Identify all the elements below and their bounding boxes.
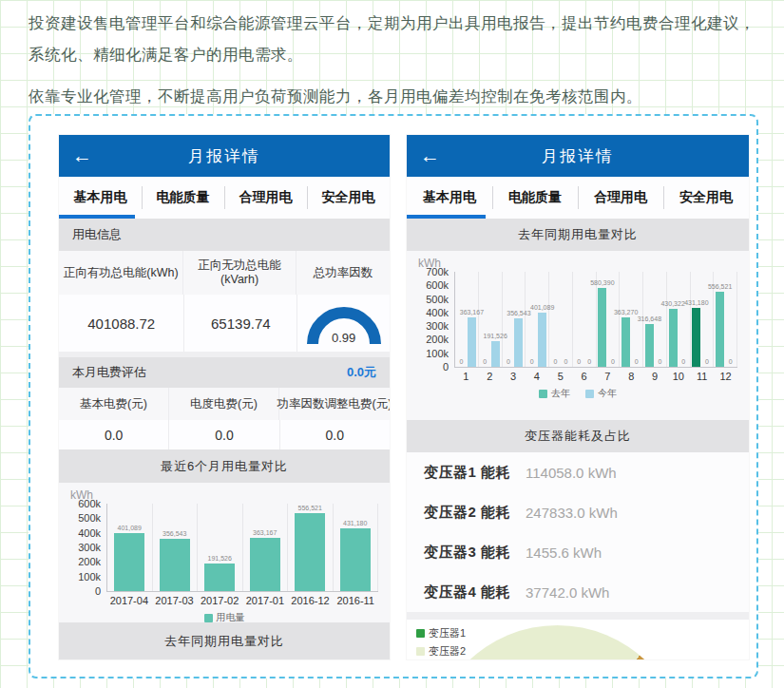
section-yoy-comparison: 去年同期用电量对比: [59, 622, 390, 659]
transformer-label: 变压器4 能耗: [424, 583, 510, 602]
y-tick-label: 600k: [78, 498, 101, 509]
power-factor-cell: 0.99: [297, 295, 390, 352]
tab-power-quality[interactable]: 电能质量: [142, 177, 224, 219]
x-axis: 2017-042017-032017-022017-012016-122016-…: [106, 592, 378, 607]
transformer-pie-section: 变压器1 变压器2: [407, 620, 749, 659]
y-tick-label: 400k: [426, 307, 449, 318]
bar-group: 556,521: [288, 504, 334, 591]
usage-table-value-row: 401088.72 65139.74 0.99: [59, 295, 390, 352]
screenshot-frame: ← 月报详情 基本用电 电能质量 合理用电 安全用电 用电信息 正向有功总电能(…: [29, 114, 758, 678]
column-header: 正向有功总电能(kWh): [59, 251, 183, 295]
y-tick-label: 300k: [426, 320, 449, 332]
section-title: 最近6个月用电量对比: [161, 458, 288, 475]
bar-value-label: 0: [483, 357, 487, 366]
power-factor-value: 0.99: [303, 331, 385, 345]
column-header: 总功率因数: [296, 251, 390, 295]
bar-group: 191,526: [198, 504, 243, 591]
x-tick-label: 2017-01: [242, 592, 288, 607]
bill-total-value: 0.0元: [347, 364, 390, 381]
tab-bar: 基本用电 电能质量 合理用电 安全用电: [59, 177, 390, 219]
bar-value-label: 0: [530, 357, 534, 366]
transformer-list: 变压器1 能耗 114058.0 kWh 变压器2 能耗 247833.0 kW…: [407, 452, 749, 612]
tab-reasonable-usage[interactable]: 合理用电: [224, 177, 307, 219]
usage-table-header-row: 正向有功总电能(kWh) 正向无功总电能 (kVarh) 总功率因数: [59, 251, 390, 295]
bill-value: 0.0: [169, 420, 279, 449]
section-yoy-comparison: 去年同期用电量对比: [407, 219, 749, 251]
y-tick-label: 600k: [426, 279, 449, 291]
bar: [716, 292, 724, 368]
intro-paragraph-2: 依靠专业化管理，不断提高用户负荷预测能力，各月用电偏差均控制在免考核范围内。: [29, 81, 759, 112]
tab-basic-usage[interactable]: 基本用电: [407, 177, 492, 219]
tab-bar: 基本用电 电能质量 合理用电 安全用电: [407, 177, 749, 219]
back-arrow-icon[interactable]: ←: [420, 135, 440, 177]
legend-label: 变压器2: [429, 644, 466, 659]
y-tick-label: 0: [95, 585, 101, 597]
legend-label: 去年: [551, 387, 570, 400]
y-tick-label: 300k: [78, 542, 101, 553]
chart-unit-label: kWh: [418, 257, 737, 272]
column-header: 功率因数调整电费(元): [279, 388, 390, 420]
legend-swatch: [204, 614, 213, 622]
bar: [598, 288, 606, 367]
bar-group: 556,5210: [714, 272, 737, 367]
x-tick-label: 2016-11: [333, 592, 378, 607]
bar-value-label: 0: [681, 357, 685, 366]
x-tick-label: 11: [690, 368, 714, 383]
bar: [538, 313, 546, 367]
tab-safe-usage[interactable]: 安全用电: [663, 177, 749, 219]
bar-value-label: 363,167: [253, 528, 277, 537]
y-tick-label: 200k: [426, 334, 449, 345]
y-tick-label: 100k: [426, 348, 449, 359]
bar: [295, 513, 325, 591]
section-transformer-energy: 变压器能耗及占比: [407, 420, 749, 452]
bar-value-label: 0: [587, 357, 591, 366]
bar: [514, 318, 523, 367]
bar-group: 356,543: [153, 504, 199, 591]
bar-value-label: 0: [729, 357, 733, 366]
x-tick-label: 6: [572, 368, 596, 383]
bar-group: 316,6480: [643, 272, 667, 367]
y-tick-label: 200k: [78, 556, 101, 567]
legend-item: 变压器1: [416, 626, 466, 640]
bill-table-value-row: 0.0 0.0 0.0: [59, 420, 390, 449]
bill-table-header-row: 基本电费(元) 电度电费(元) 功率因数调整电费(元): [59, 388, 390, 420]
y-axis: 600k500k400k300k200k100k0: [70, 504, 106, 591]
legend-swatch: [585, 390, 594, 398]
bar: [160, 539, 190, 591]
tab-basic-usage[interactable]: 基本用电: [59, 177, 142, 219]
section-divider: [407, 612, 749, 620]
legend-swatch: [539, 390, 547, 398]
bar: [645, 324, 654, 367]
legend-swatch: [416, 629, 425, 638]
bar-group: 0401,089: [526, 272, 549, 367]
bar-value-label: 0: [507, 357, 510, 366]
back-arrow-icon[interactable]: ←: [72, 135, 92, 177]
y-tick-label: 500k: [78, 512, 101, 524]
section-title: 用电信息: [72, 226, 122, 243]
tab-power-quality[interactable]: 电能质量: [492, 177, 578, 219]
bar-group: 580,3900: [597, 272, 621, 367]
app-header-bar: ← 月报详情: [59, 135, 390, 177]
y-tick-label: 400k: [78, 527, 101, 539]
bar: [204, 564, 235, 591]
y-tick-label: 500k: [426, 294, 449, 305]
bar-value-label: 0: [553, 357, 557, 366]
bar-value-label: 0: [705, 357, 709, 366]
column-header: 正向无功总电能 (kVarh): [183, 251, 296, 295]
bar: [250, 538, 280, 591]
bar-value-label: 0: [658, 357, 661, 366]
tab-safe-usage[interactable]: 安全用电: [307, 177, 390, 219]
list-item: 变压器4 能耗 37742.0 kWh: [407, 572, 749, 612]
x-tick-label: 7: [596, 368, 620, 383]
bar-value-label: 0: [577, 357, 581, 366]
bar-value-label: 0: [635, 357, 639, 366]
bar-value-label: 191,526: [208, 554, 232, 563]
y-tick-label: 700k: [426, 266, 449, 277]
bill-value: 0.0: [280, 420, 390, 449]
x-tick-label: 2016-12: [288, 592, 334, 607]
bar: [669, 309, 678, 367]
bar-value-label: 356,543: [163, 529, 186, 538]
transformer-value: 37742.0 kWh: [526, 584, 609, 601]
legend-swatch: [416, 647, 425, 656]
tab-reasonable-usage[interactable]: 合理用电: [578, 177, 663, 219]
